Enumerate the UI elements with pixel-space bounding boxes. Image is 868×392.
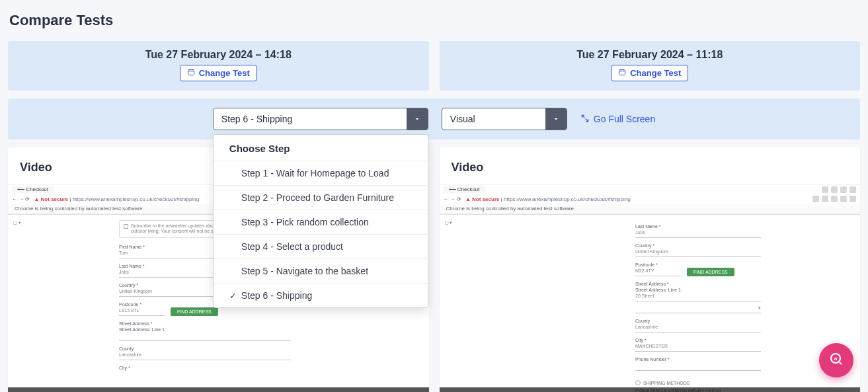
step-dropdown-item[interactable]: Step 2 - Proceed to Garden Furniture <box>214 185 428 210</box>
expand-icon <box>580 114 590 125</box>
video-panels-row: Video ⟵ Checkout ← → ⟳ ▲ Not secure | ht… <box>8 147 860 392</box>
step-dropdown-item[interactable]: Step 3 - Pick random collection <box>214 210 428 234</box>
step-dropdown-item[interactable]: Step 5 - Navigate to the basket <box>214 258 428 283</box>
browser-tab: ⟵ Checkout <box>444 186 485 193</box>
controls-bar: Step 6 - Shipping Choose Step Step 1 - W… <box>8 98 860 139</box>
chevron-down-icon <box>545 108 567 130</box>
video-title-right: Video <box>440 161 861 184</box>
video-controls-right: 1:40 / 1:45 <box>440 387 861 392</box>
step-dropdown-item-selected[interactable]: ✓Step 6 - Shipping <box>214 283 428 307</box>
change-test-label: Change Test <box>630 68 681 78</box>
test-header-right: Tue 27 February 2024 – 11:18 Change Test <box>440 41 861 91</box>
step-dropdown: Choose Step Step 1 - Wait for Homepage t… <box>213 134 428 308</box>
go-full-screen-link[interactable]: Go Full Screen <box>580 114 655 125</box>
search-a-icon: a <box>828 351 844 370</box>
change-test-button-right[interactable]: Change Test <box>611 65 688 81</box>
video-panel-right: Video ⟵ Checkout ← → ⟳ ▲ Not secure | ht… <box>440 147 861 392</box>
step-select-wrap: Step 6 - Shipping Choose Step Step 1 - W… <box>213 108 428 130</box>
svg-rect-0 <box>188 70 194 75</box>
go-full-screen-label: Go Full Screen <box>594 114 655 124</box>
visual-select-label: Visual <box>442 114 545 124</box>
step-select[interactable]: Step 6 - Shipping <box>213 108 428 130</box>
video-player-right[interactable]: ⟵ Checkout ← → ⟳ ▲ Not secure | https://… <box>440 184 861 392</box>
calendar-icon <box>187 68 195 78</box>
automation-banner: Chrome is being controlled by automated … <box>440 204 861 214</box>
help-fab[interactable]: a <box>819 343 853 377</box>
change-test-label: Change Test <box>199 68 250 78</box>
video-controls-left: 1:39 / 1:44 <box>8 387 429 392</box>
page-body: ◻ ▾ Last Name * Jobs Country * United Ki… <box>440 215 861 392</box>
step-dropdown-item[interactable]: Step 4 - Select a product <box>214 234 428 258</box>
test-date-left: Tue 27 February 2024 – 14:18 <box>8 49 429 61</box>
step-select-label: Step 6 - Shipping <box>214 114 407 124</box>
chevron-down-icon <box>407 108 428 130</box>
test-header-left: Tue 27 February 2024 – 14:18 Change Test <box>8 41 429 91</box>
calendar-icon <box>618 68 626 78</box>
visual-select[interactable]: Visual <box>442 108 567 130</box>
page-title: Compare Tests <box>9 12 860 29</box>
find-address-button: FIND ADDRESS <box>171 307 218 316</box>
test-date-right: Tue 27 February 2024 – 11:18 <box>440 49 861 61</box>
browser-tab: ⟵ Checkout <box>12 186 54 193</box>
change-test-button-left[interactable]: Change Test <box>180 65 257 81</box>
browser-chrome: ⟵ Checkout ← → ⟳ ▲ Not secure | https://… <box>440 184 861 215</box>
svg-rect-1 <box>619 70 625 75</box>
step-dropdown-header: Choose Step <box>214 135 428 161</box>
find-address-button: FIND ADDRESS <box>687 268 734 276</box>
step-dropdown-item[interactable]: Step 1 - Wait for Homepage to Load <box>214 161 428 185</box>
svg-text:a: a <box>834 356 838 362</box>
test-headers-row: Tue 27 February 2024 – 14:18 Change Test… <box>8 41 860 91</box>
